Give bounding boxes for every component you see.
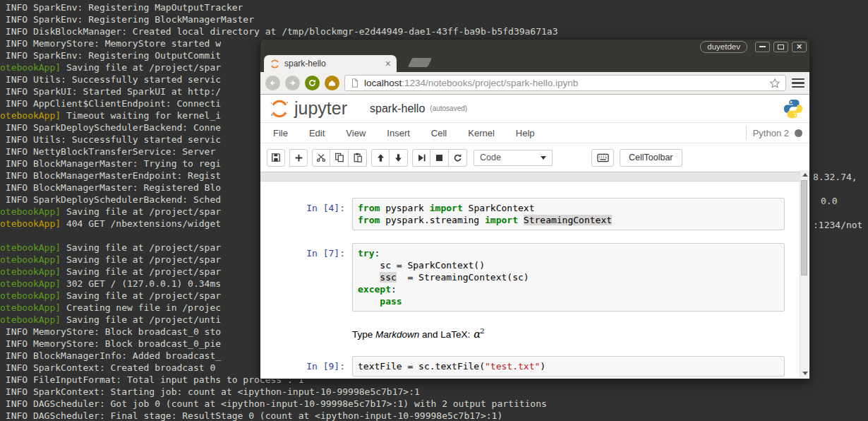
code-cell[interactable]: In [7]:try: sc = SparkContext() ssc = St…: [260, 243, 785, 312]
scroll-up-icon[interactable]: [802, 173, 808, 177]
cell-prompt: [260, 324, 352, 343]
cell-type-select[interactable]: Code: [474, 150, 553, 166]
kernel-indicator-icon: [795, 129, 802, 137]
terminal-line: INFO SparkEnv: Registering MapOutputTrac…: [0, 1, 868, 13]
bookmark-star-icon[interactable]: [769, 78, 780, 89]
browser-toolbar: localhost:1234/notebooks/project/spark-h…: [260, 72, 809, 95]
code-input[interactable]: from pyspark import SparkContextfrom pys…: [352, 198, 785, 230]
tab-close-icon[interactable]: ×: [385, 59, 391, 69]
stop-icon: [435, 153, 444, 162]
tab-strip: spark-hello ×: [260, 54, 809, 72]
plus-icon: [294, 153, 303, 162]
scrollbar[interactable]: [800, 170, 809, 378]
move-cell-down-button[interactable]: [390, 149, 408, 167]
markdown-text[interactable]: Type Markdown and LaTeX: α2: [352, 324, 785, 343]
minimize-button[interactable]: [755, 42, 770, 52]
browser-menu-button[interactable]: [792, 78, 804, 88]
menu-file[interactable]: File: [273, 128, 288, 138]
celltoolbar-button[interactable]: CellToolbar: [620, 149, 682, 167]
terminal-line: INFO DAGScheduler: Final stage: ResultSt…: [0, 410, 868, 421]
arrow-down-icon: [394, 153, 403, 162]
keyboard-icon: [597, 153, 609, 162]
cell-prompt: In [4]:: [260, 198, 352, 230]
terminal-line: INFO SparkEnv: Registering BlockManagerM…: [0, 13, 868, 25]
menu-kernel[interactable]: Kernel: [468, 128, 495, 138]
menu-help[interactable]: Help: [516, 128, 535, 138]
scissors-icon: [316, 153, 326, 162]
copy-cell-button[interactable]: [330, 149, 349, 167]
kernel-name: Python 2: [753, 128, 789, 138]
notebook-cells: In [4]:from pyspark import SparkContextf…: [260, 182, 809, 376]
terminal-line-fragment: 0.0: [821, 195, 837, 207]
menu-edit[interactable]: Edit: [309, 128, 325, 138]
close-button[interactable]: ×: [792, 42, 807, 52]
save-button[interactable]: [267, 149, 285, 167]
terminal-line-fragment: 8.32.74,: [813, 171, 857, 183]
code-input[interactable]: try: sc = SparkContext() ssc = Streaming…: [352, 243, 785, 312]
restart-icon: [453, 153, 462, 162]
jupyter-page: jupyter spark-hello (autosaved) FileEdit…: [260, 95, 809, 379]
back-arrow-icon: [268, 78, 277, 88]
cell-prompt: In [7]:: [260, 243, 352, 312]
forward-arrow-icon: [288, 78, 297, 88]
copy-icon: [334, 153, 344, 162]
restart-kernel-button[interactable]: [449, 149, 467, 167]
url-host: localhost: [364, 78, 402, 88]
paste-icon: [353, 153, 363, 162]
browser-window: duyetdev × spark-hello × lo: [260, 39, 810, 379]
jupyter-wordmark: jupyter: [294, 98, 347, 119]
add-cell-button[interactable]: [289, 149, 308, 167]
code-input[interactable]: textFile = sc.textFile("test.txt"): [352, 356, 785, 376]
page-icon: [350, 78, 360, 88]
save-icon: [271, 153, 281, 162]
new-tab-button[interactable]: [408, 58, 432, 67]
tab-spark-hello[interactable]: spark-hello ×: [264, 55, 397, 72]
notebook-divider: [260, 172, 809, 182]
arrow-up-icon: [376, 153, 385, 162]
jupyter-logo-icon[interactable]: [267, 98, 291, 119]
forward-button[interactable]: [285, 76, 300, 90]
move-cell-up-button[interactable]: [371, 149, 390, 167]
python-logo-icon: [783, 98, 804, 119]
address-bar[interactable]: localhost:1234/notebooks/project/spark-h…: [344, 75, 786, 91]
terminal-line: INFO DiskBlockManager: Created local dir…: [0, 25, 868, 37]
run-cell-button[interactable]: [412, 149, 430, 167]
command-palette-button[interactable]: [591, 149, 614, 167]
maximize-button[interactable]: [773, 42, 788, 52]
jupyter-favicon-icon: [270, 59, 280, 69]
notebook-menubar: FileEditViewInsertCellKernelHelp Python …: [260, 122, 809, 143]
reload-button[interactable]: [305, 76, 320, 90]
url-path: :1234/notebooks/project/spark-hello.ipyn…: [402, 78, 578, 88]
cell-prompt: In [9]:: [260, 356, 352, 376]
notebook-header: jupyter spark-hello (autosaved): [260, 95, 809, 122]
home-button[interactable]: [325, 76, 339, 90]
scroll-down-icon[interactable]: [802, 372, 808, 375]
scrollbar-thumb[interactable]: [801, 180, 807, 275]
kernel-separator: [746, 126, 747, 140]
back-button[interactable]: [265, 76, 280, 90]
notebook-title[interactable]: spark-hello: [370, 102, 425, 115]
markdown-cell[interactable]: Type Markdown and LaTeX: α2: [260, 324, 785, 343]
menu-cell[interactable]: Cell: [431, 128, 447, 138]
code-cell[interactable]: In [9]:textFile = sc.textFile("test.txt"…: [260, 356, 785, 376]
menu-view[interactable]: View: [346, 128, 366, 138]
maximize-icon: [778, 45, 784, 49]
minimize-icon: [759, 46, 766, 47]
code-cell[interactable]: In [4]:from pyspark import SparkContextf…: [260, 198, 785, 230]
terminal-line: INFO SparkContext: Starting job: count a…: [0, 386, 868, 398]
tab-title: spark-hello: [284, 59, 385, 69]
paste-cell-button[interactable]: [349, 149, 367, 167]
url-text: localhost:1234/notebooks/project/spark-h…: [364, 78, 578, 88]
terminal-line: INFO DAGScheduler: Got job 0 (count at <…: [0, 398, 868, 410]
run-icon: [417, 153, 426, 162]
notebook-toolbar: Code CellToolbar: [260, 143, 809, 172]
menu-insert[interactable]: Insert: [387, 128, 410, 138]
autosave-status: (autosaved): [430, 105, 467, 112]
reload-icon: [308, 78, 317, 88]
stop-kernel-button[interactable]: [430, 149, 449, 167]
chevron-down-icon: [541, 156, 546, 160]
home-icon: [327, 78, 337, 88]
close-icon: ×: [797, 43, 802, 50]
cut-cell-button[interactable]: [312, 149, 330, 167]
terminal-line-fragment: :1234/not: [813, 219, 862, 231]
